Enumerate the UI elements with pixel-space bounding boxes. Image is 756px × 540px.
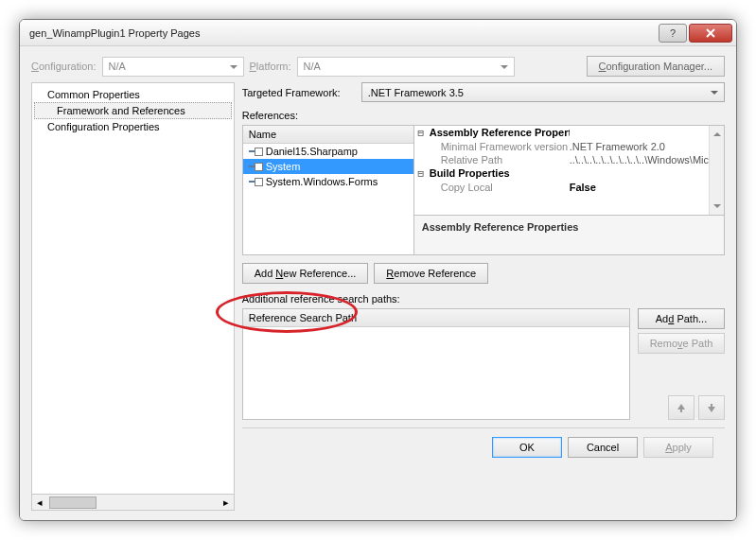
window-title: gen_WinampPlugin1 Property Pages — [29, 27, 657, 39]
scroll-right-icon[interactable]: ▸ — [219, 496, 234, 510]
add-new-reference-button[interactable]: Add New Reference... — [242, 263, 369, 284]
reference-item[interactable]: Daniel15.Sharpamp — [243, 144, 413, 159]
scroll-down-icon[interactable] — [713, 204, 721, 212]
targeted-framework-label: Targeted Framework: — [242, 87, 356, 98]
move-down-button — [698, 395, 725, 420]
collapse-icon[interactable]: ⊟ — [414, 127, 428, 139]
reference-icon — [249, 147, 262, 156]
references-name-column[interactable]: Name — [243, 126, 413, 144]
ok-button[interactable]: OK — [492, 437, 562, 458]
collapse-icon[interactable]: ⊟ — [414, 167, 428, 180]
tree-hscrollbar[interactable]: ◂ ▸ — [31, 495, 235, 511]
scroll-up-icon[interactable] — [713, 129, 721, 136]
references-list[interactable]: Name Daniel15.Sharpamp System System.Win… — [242, 125, 414, 255]
reference-icon — [249, 162, 262, 171]
additional-search-paths-label: Additional reference search paths: — [242, 293, 725, 305]
reference-icon — [249, 177, 262, 186]
titlebar: gen_WinampPlugin1 Property Pages ? — [20, 20, 736, 46]
remove-path-button: Remove Path — [638, 333, 725, 354]
references-label: References: — [242, 110, 725, 121]
configuration-manager-button[interactable]: Configuration Manager... — [587, 56, 725, 77]
category-tree[interactable]: Common Properties Framework and Referenc… — [31, 82, 235, 495]
reference-item[interactable]: System — [243, 159, 413, 174]
search-path-column[interactable]: Reference Search Path — [243, 309, 629, 327]
platform-combo[interactable]: N/A — [297, 57, 515, 77]
targeted-framework-combo[interactable]: .NET Framework 3.5 — [361, 82, 725, 102]
add-path-button[interactable]: Add Path... — [638, 308, 725, 329]
tree-framework-references[interactable]: Framework and References — [34, 102, 232, 119]
reference-properties-grid[interactable]: ⊟Assembly Reference Properties Minimal F… — [414, 125, 725, 255]
scroll-thumb[interactable] — [49, 496, 97, 509]
move-up-button — [668, 395, 694, 420]
configuration-combo[interactable]: N/A — [102, 57, 244, 77]
property-description: Assembly Reference Properties — [414, 215, 724, 254]
apply-button: Apply — [643, 437, 713, 458]
remove-reference-button[interactable]: Remove Reference — [374, 263, 488, 284]
tree-common-properties[interactable]: Common Properties — [34, 87, 232, 102]
window-controls: ? — [657, 24, 732, 43]
scroll-left-icon[interactable]: ◂ — [32, 496, 47, 510]
reference-item[interactable]: System.Windows.Forms — [243, 174, 413, 189]
tree-configuration-properties[interactable]: Configuration Properties — [34, 119, 232, 134]
search-paths-list[interactable]: Reference Search Path — [242, 308, 630, 420]
props-vscrollbar[interactable] — [709, 126, 724, 215]
close-button[interactable] — [689, 24, 732, 43]
cancel-button[interactable]: Cancel — [568, 437, 638, 458]
help-button[interactable]: ? — [659, 24, 687, 43]
config-row: Configuration: N/A Platform: N/A Configu… — [31, 56, 725, 77]
svg-text:?: ? — [670, 28, 676, 38]
property-pages-dialog: gen_WinampPlugin1 Property Pages ? Confi… — [19, 19, 737, 521]
